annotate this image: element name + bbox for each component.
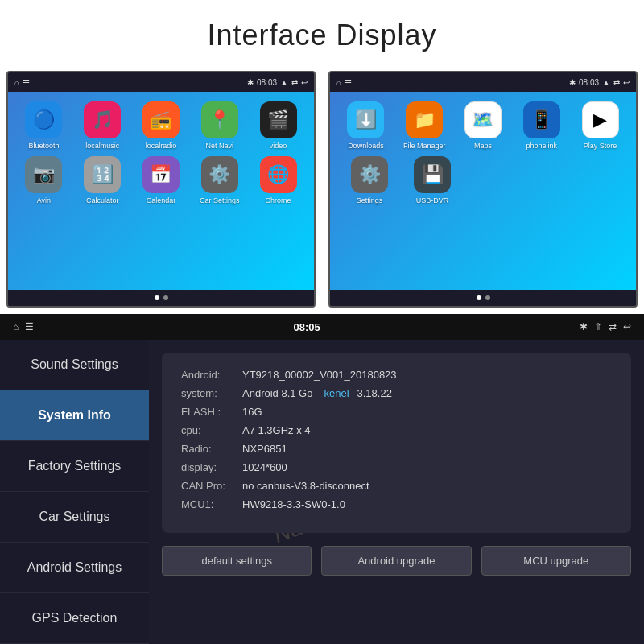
info-display: display: 1024*600 bbox=[181, 461, 612, 473]
bottom-nav-icon: ⇄ bbox=[609, 321, 617, 332]
app-maps[interactable]: 🗺️ Maps bbox=[460, 101, 506, 150]
app-filemanager-label: File Manager bbox=[403, 142, 446, 150]
screen2: ⌂ ☰ ✱ 08:03 ▲ ⇄ ↩ ⬇️ Downloads 📁 File Ma… bbox=[328, 71, 638, 308]
app-chrome[interactable]: 🌐 Chrome bbox=[255, 156, 302, 204]
app-calendar-label: Calendar bbox=[147, 196, 176, 204]
app-usbdvr[interactable]: 💾 USB-DVR bbox=[409, 156, 456, 204]
sidebar-item-sound[interactable]: Sound Settings bbox=[0, 340, 149, 390]
display-label: display: bbox=[181, 461, 237, 473]
app-netnavi[interactable]: 📍 Net Navi bbox=[196, 101, 243, 150]
bottom-statusbar: ⌂ ☰ 08:05 ✱ ⇑ ⇄ ↩ bbox=[0, 314, 644, 340]
screen2-bt-icon: ✱ bbox=[569, 78, 576, 87]
app-video-label: video bbox=[270, 142, 287, 150]
app-avin-icon: 📷 bbox=[25, 156, 62, 193]
can-value: no canbus-V3.8-disconnect bbox=[242, 480, 369, 492]
info-can: CAN Pro: no canbus-V3.8-disconnect bbox=[181, 480, 612, 492]
sidebar-item-sysinfo[interactable]: System Info bbox=[0, 390, 149, 441]
app-chrome-label: Chrome bbox=[266, 196, 291, 204]
default-settings-button[interactable]: default settings bbox=[162, 546, 312, 576]
app-phonelink[interactable]: 📱 phonelink bbox=[518, 101, 565, 150]
app-bluetooth[interactable]: 🔵 Bluetooth bbox=[20, 101, 67, 150]
system-value: Android 8.1 Go bbox=[242, 387, 312, 399]
app-playstore-label: Play Store bbox=[584, 142, 617, 150]
app-localradio[interactable]: 📻 localradio bbox=[138, 101, 184, 150]
app-localradio-icon: 📻 bbox=[142, 101, 180, 138]
dot4 bbox=[485, 295, 490, 300]
screen1-statusbar: ⌂ ☰ ✱ 08:03 ▲ ⇄ ↩ bbox=[8, 72, 314, 92]
page-title: Interface Display bbox=[207, 19, 436, 52]
app-usbdvr-icon: 💾 bbox=[414, 156, 451, 193]
app-filemanager[interactable]: 📁 File Manager bbox=[401, 101, 448, 150]
app-bluetooth-icon: 🔵 bbox=[25, 101, 62, 138]
android-value: YT9218_00002_V001_20180823 bbox=[242, 369, 397, 381]
flash-label: FLASH : bbox=[181, 406, 237, 418]
screen1-back-icon: ↩ bbox=[301, 78, 308, 87]
screen1-row1: 🔵 Bluetooth 🎵 localmusic 📻 localradio 📍 … bbox=[14, 101, 308, 150]
sidebar-item-gps[interactable]: GPS Detection bbox=[0, 593, 149, 644]
flash-value: 16G bbox=[242, 406, 262, 418]
screen2-row2: ⚙️ Settings 💾 USB-DVR bbox=[336, 156, 630, 204]
kenel-value: 3.18.22 bbox=[357, 387, 392, 399]
screen1-signal-icon: ▲ bbox=[280, 78, 288, 87]
dot3 bbox=[477, 295, 481, 300]
radio-label: Radio: bbox=[181, 443, 237, 455]
app-bluetooth-label: Bluetooth bbox=[28, 142, 59, 150]
app-downloads-label: Downloads bbox=[348, 142, 384, 150]
bottom-back-icon: ↩ bbox=[623, 321, 631, 332]
main-content-area: National Car-Styling Store Android: YT92… bbox=[149, 340, 644, 644]
dot1 bbox=[155, 295, 159, 300]
app-localmusic[interactable]: 🎵 localmusic bbox=[79, 101, 126, 150]
radio-value: NXP6851 bbox=[242, 443, 287, 455]
app-settings2[interactable]: ⚙️ Settings bbox=[346, 156, 393, 204]
screen2-nav-icon: ⇄ bbox=[613, 78, 620, 87]
app-calculator[interactable]: 🔢 Calculator bbox=[79, 156, 126, 204]
app-maps-icon: 🗺️ bbox=[464, 101, 502, 138]
app-calendar[interactable]: 📅 Calendar bbox=[138, 156, 184, 204]
sidebar-item-android[interactable]: Android Settings bbox=[0, 543, 149, 593]
screen1-time: 08:03 bbox=[257, 78, 277, 87]
app-video[interactable]: 🎬 video bbox=[255, 101, 302, 150]
app-maps-label: Maps bbox=[474, 142, 492, 150]
app-carsettings[interactable]: ⚙️ Car Settings bbox=[196, 156, 243, 204]
mcu-value: HW9218-3.3-SW0-1.0 bbox=[242, 498, 345, 510]
cpu-value: A7 1.3GHz x 4 bbox=[242, 424, 311, 436]
android-upgrade-button[interactable]: Android upgrade bbox=[321, 546, 471, 576]
bottom-time: 08:05 bbox=[294, 321, 320, 333]
sidebar-item-car[interactable]: Car Settings bbox=[0, 492, 149, 543]
screen1-dots bbox=[8, 290, 314, 306]
bottom-home-icon: ⌂ bbox=[13, 321, 19, 332]
mcu-label: MCU1: bbox=[181, 498, 237, 510]
app-playstore-icon: ▶ bbox=[582, 101, 619, 138]
app-calculator-label: Calculator bbox=[86, 196, 119, 204]
system-label: system: bbox=[181, 387, 237, 399]
app-avin[interactable]: 📷 Avin bbox=[20, 156, 67, 204]
app-carsettings-icon: ⚙️ bbox=[201, 156, 238, 193]
cpu-label: cpu: bbox=[181, 424, 237, 436]
info-radio: Radio: NXP6851 bbox=[181, 443, 612, 455]
settings-sidebar: Sound Settings System Info Factory Setti… bbox=[0, 340, 149, 644]
app-netnavi-label: Net Navi bbox=[206, 142, 234, 150]
app-localmusic-label: localmusic bbox=[85, 142, 119, 150]
display-value: 1024*600 bbox=[242, 461, 287, 473]
app-downloads[interactable]: ⬇️ Downloads bbox=[342, 101, 389, 150]
title-section: Interface Display bbox=[0, 0, 644, 64]
app-playstore[interactable]: ▶ Play Store bbox=[577, 101, 624, 150]
app-carsettings-label: Car Settings bbox=[200, 196, 240, 204]
screen1-row2: 📷 Avin 🔢 Calculator 📅 Calendar ⚙️ Car Se… bbox=[14, 156, 308, 204]
screen2-statusbar: ⌂ ☰ ✱ 08:03 ▲ ⇄ ↩ bbox=[330, 72, 636, 92]
screen2-apps: ⬇️ Downloads 📁 File Manager 🗺️ Maps 📱 ph… bbox=[330, 92, 636, 290]
system-info-panel: Android: YT9218_00002_V001_20180823 syst… bbox=[162, 353, 631, 533]
android-label: Android: bbox=[181, 369, 237, 381]
mcu-upgrade-button[interactable]: MCU upgrade bbox=[481, 546, 631, 576]
app-settings2-label: Settings bbox=[357, 196, 383, 204]
screen1-bt-icon: ✱ bbox=[247, 78, 254, 87]
info-cpu: cpu: A7 1.3GHz x 4 bbox=[181, 424, 612, 436]
screen2-time: 08:03 bbox=[579, 78, 599, 87]
screen1-home-icon: ⌂ bbox=[14, 78, 19, 87]
screen2-back-icon: ↩ bbox=[623, 78, 630, 87]
app-phonelink-label: phonelink bbox=[526, 142, 558, 150]
app-chrome-icon: 🌐 bbox=[260, 156, 297, 193]
sidebar-item-factory[interactable]: Factory Settings bbox=[0, 441, 149, 492]
app-downloads-icon: ⬇️ bbox=[347, 101, 384, 138]
app-calendar-icon: 📅 bbox=[142, 156, 180, 193]
